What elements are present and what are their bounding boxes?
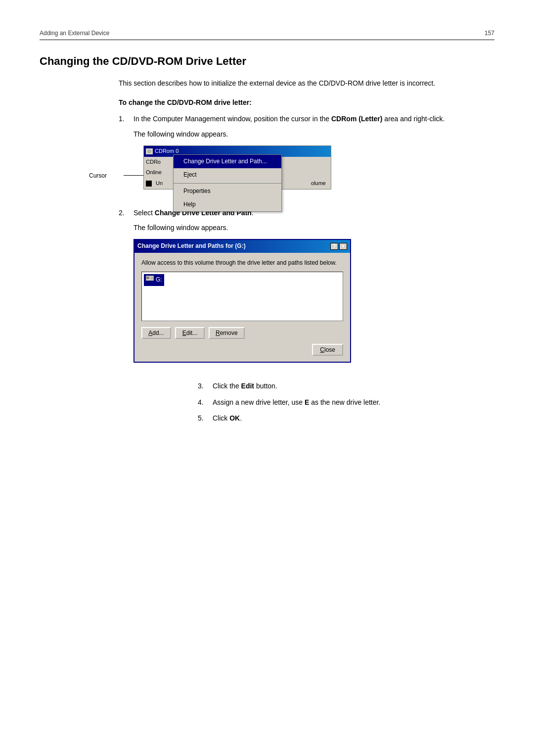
- step-2-number: 2.: [119, 207, 134, 218]
- step-2-following: The following window appears.: [134, 222, 494, 233]
- menu-item-properties[interactable]: Properties: [174, 185, 281, 198]
- drive-letter: G:: [156, 275, 162, 284]
- step-1-following: The following window appears.: [134, 129, 494, 140]
- step-1-content: In the Computer Management window, posit…: [134, 113, 494, 199]
- step-4-number: 4.: [198, 397, 213, 408]
- dialog-title-text: Change Drive Letter and Paths for (G:): [137, 241, 246, 251]
- black-square-icon: [146, 181, 152, 187]
- page-number: 157: [485, 30, 494, 37]
- dialog-close-row: Close: [141, 344, 343, 356]
- section-title: Changing the CD/DVD-ROM Drive Letter: [40, 55, 494, 68]
- context-menu-popup: Change Drive Letter and Path... Eject Pr…: [173, 154, 282, 212]
- step-3-number: 3.: [198, 380, 213, 391]
- dialog-window: Change Drive Letter and Paths for (G:) ?…: [134, 239, 351, 363]
- dialog-screenshot: Change Drive Letter and Paths for (G:) ?…: [134, 239, 494, 363]
- context-menu-area: CDRom 0 CDRo Online: [143, 145, 331, 189]
- dialog-action-buttons: Add... Edit... Remove: [141, 327, 343, 339]
- page-header-left: Adding an External Device: [40, 30, 109, 37]
- svg-rect-4: [146, 277, 149, 279]
- drive-icon: [146, 275, 154, 284]
- dialog-title-buttons: ? ×: [330, 243, 347, 250]
- step-1: 1. In the Computer Management window, po…: [119, 113, 494, 199]
- cdrom-row1-text: CDRo: [146, 159, 161, 165]
- dialog-help-button[interactable]: ?: [330, 243, 338, 250]
- step-3: 3. Click the Edit button.: [198, 380, 494, 391]
- menu-item-change-drive[interactable]: Change Drive Letter and Path...: [174, 155, 281, 168]
- dialog-description: Allow access to this volume through the …: [141, 259, 343, 267]
- menu-separator: [174, 183, 281, 184]
- context-menu-screenshot: Cursor: [134, 145, 494, 189]
- subsection-title: To change the CD/DVD-ROM drive letter:: [119, 98, 494, 106]
- dialog-list-item: G:: [144, 274, 164, 285]
- step-5: 5. Click OK.: [198, 413, 494, 424]
- step-4-text: Assign a new drive letter, use E as the …: [213, 397, 380, 408]
- page-container: Adding an External Device 157 Changing t…: [0, 0, 534, 468]
- page-header: Adding an External Device 157: [40, 30, 494, 40]
- volume-label: olume: [311, 179, 326, 188]
- step-2: 2. Select Change Drive Letter and Path. …: [119, 207, 494, 373]
- simple-steps: 3. Click the Edit button. 4. Assign a ne…: [198, 380, 494, 424]
- dialog-body: Allow access to this volume through the …: [134, 253, 350, 362]
- close-button[interactable]: Close: [312, 344, 343, 356]
- dialog-title-bar: Change Drive Letter and Paths for (G:) ?…: [134, 240, 350, 252]
- cdrom-row2-text: Online: [146, 168, 162, 177]
- step-5-text: Click OK.: [213, 413, 242, 424]
- step-5-number: 5.: [198, 413, 213, 424]
- remove-button[interactable]: Remove: [209, 327, 245, 339]
- svg-point-2: [149, 151, 150, 152]
- add-button[interactable]: Add...: [141, 327, 171, 339]
- intro-text: This section describes how to initialize…: [119, 78, 494, 89]
- steps-list: 1. In the Computer Management window, po…: [119, 113, 494, 373]
- cdrom-icon: [146, 148, 153, 154]
- step-3-text: Click the Edit button.: [213, 380, 277, 391]
- dialog-close-button[interactable]: ×: [339, 243, 347, 250]
- dialog-list-area: G:: [141, 272, 343, 321]
- menu-item-eject[interactable]: Eject: [174, 168, 281, 182]
- step-1-number: 1.: [119, 113, 134, 124]
- content-block: This section describes how to initialize…: [119, 78, 494, 424]
- step-1-text: In the Computer Management window, posit…: [134, 115, 445, 123]
- step-2-content: Select Change Drive Letter and Path. The…: [134, 207, 494, 373]
- edit-button[interactable]: Edit...: [175, 327, 205, 339]
- step-4: 4. Assign a new drive letter, use E as t…: [198, 397, 494, 408]
- cursor-label: Cursor: [89, 171, 107, 181]
- menu-item-help[interactable]: Help: [174, 198, 281, 211]
- cdrom-un-text: Un: [156, 179, 163, 188]
